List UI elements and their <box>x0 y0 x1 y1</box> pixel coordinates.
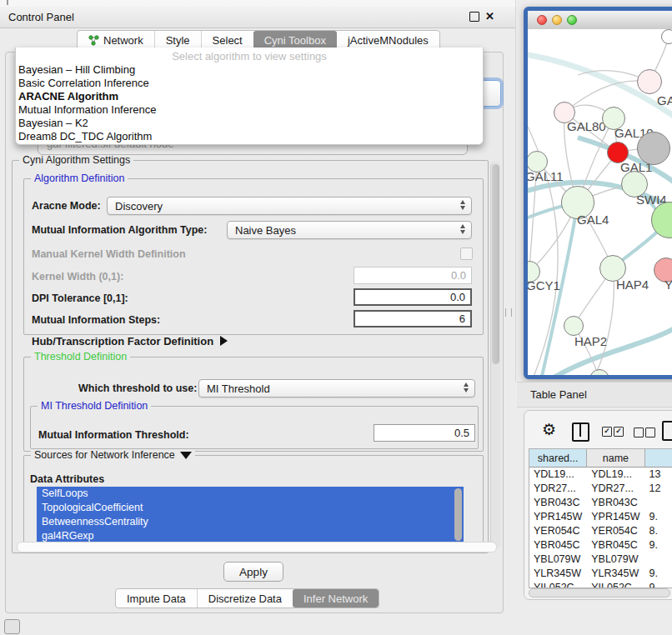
network-view-window[interactable]: GALGAL80GAL10GAL1GAL11SWI4GAL4GCY1HAP4YH… <box>524 7 672 379</box>
tab-network[interactable]: Network <box>78 31 154 49</box>
algorithm-list-item[interactable]: Bayesian – K2 <box>16 117 483 130</box>
algorithm-list-item[interactable]: ARACNE Algorithm <box>16 90 483 103</box>
table-row[interactable]: YLR345W YLR345W 9. <box>529 567 672 581</box>
manual-kernel-label: Manual Kernel Width Definition <box>32 248 186 260</box>
tab-style[interactable]: Style <box>154 31 201 49</box>
mi-threshold-label: Mutual Information Threshold: <box>38 429 189 441</box>
zoom-traffic-light[interactable] <box>567 15 577 25</box>
close-icon[interactable]: ✕ <box>485 9 494 24</box>
which-threshold-combobox[interactable]: MI Threshold <box>198 379 475 398</box>
table-row[interactable]: YBR043C YBR043C <box>529 496 672 510</box>
float-window-icon[interactable] <box>469 12 479 22</box>
select-all-icon[interactable]: ✓ <box>602 427 612 437</box>
network-node[interactable] <box>637 132 670 165</box>
kernel-width-value: 0.0 <box>451 269 466 282</box>
cell-name: YER054C <box>587 524 644 538</box>
mi-steps-field[interactable]: 6 <box>354 310 472 328</box>
algorithm-dropdown-popup: Select algorithm to view settings Bayesi… <box>15 48 484 145</box>
kernel-width-label: Kernel Width (0,1): <box>32 271 123 282</box>
table-row[interactable]: YBL079W YBL079W <box>529 552 672 567</box>
table-row[interactable]: YDR27... YDR27... 12 <box>529 482 672 496</box>
algorithm-definition-title: Algorithm Definition <box>31 172 128 184</box>
network-canvas[interactable]: GALGAL80GAL10GAL1GAL11SWI4GAL4GCY1HAP4YH… <box>528 29 672 375</box>
cell-value: 9 <box>644 581 672 588</box>
mi-type-label: Mutual Information Algorithm Type: <box>32 224 207 236</box>
network-node[interactable] <box>661 29 672 44</box>
kernel-width-field[interactable]: 0.0 <box>354 267 472 284</box>
cell-shared-name: YPR145W <box>529 510 587 524</box>
algorithm-placeholder: Select algorithm to view settings <box>16 49 483 63</box>
attribute-list-item[interactable]: TopologicalCoefficient <box>37 501 464 515</box>
attribute-list-item[interactable]: BetweennessCentrality <box>37 515 464 529</box>
manual-kernel-checkbox[interactable] <box>460 248 473 260</box>
close-traffic-light[interactable] <box>537 15 547 25</box>
tab-cyni-toolbox-label: Cyni Toolbox <box>264 34 326 47</box>
cell-name: YPR145W <box>587 510 644 524</box>
cell-value: 12 <box>644 482 672 496</box>
algorithm-list-item[interactable]: Mutual Information Inference <box>16 103 483 117</box>
column-header-third[interactable] <box>645 449 672 468</box>
table-row[interactable]: YPR145W YPR145W 9. <box>529 510 672 524</box>
cell-shared-name: YBR045C <box>529 538 587 552</box>
table-panel-title: Table Panel <box>530 388 587 401</box>
threshold-definition-title: Threshold Definition <box>31 351 130 362</box>
splitter-handle[interactable] <box>505 308 512 317</box>
tab-jactivemnodules[interactable]: jActiveMNodules <box>337 31 439 49</box>
aracne-mode-label: Aracne Mode: <box>32 200 101 212</box>
mi-steps-value: 6 <box>459 312 465 325</box>
hub-definition-label: Hub/Transcription Factor Definition <box>32 335 213 348</box>
network-node-label: GAL4 <box>577 212 609 227</box>
tab-infer-network[interactable]: Infer Network <box>293 589 379 608</box>
algorithm-list: Bayesian – Hill ClimbingBasic Correlatio… <box>16 63 483 143</box>
cell-shared-name: YLR345W <box>529 567 587 581</box>
cell-name: YDL19... <box>587 468 644 482</box>
settings-horizontal-scrollbar[interactable] <box>17 542 497 552</box>
attribute-list-scrollbar[interactable] <box>454 488 462 541</box>
cell-shared-name: YDL19... <box>529 468 587 482</box>
select-all-icon[interactable]: ✓ <box>614 427 624 437</box>
mi-steps-label: Mutual Information Steps: <box>32 314 160 326</box>
table-row[interactable]: YDL19... YDL19... 13 <box>529 468 672 482</box>
network-node-label: HAP4 <box>616 278 649 292</box>
network-window-titlebar[interactable] <box>528 11 672 30</box>
table-row[interactable]: YIL052C YIL052C 9 <box>529 581 672 588</box>
minimize-traffic-light[interactable] <box>552 15 562 25</box>
network-node-hap2[interactable] <box>564 316 584 336</box>
tab-select[interactable]: Select <box>201 31 253 49</box>
column-layout-icon[interactable] <box>572 422 589 442</box>
attribute-list-item[interactable]: SelfLoops <box>37 487 464 501</box>
cell-value: 13 <box>644 468 672 482</box>
network-node-gal[interactable] <box>637 69 662 94</box>
mi-threshold-field[interactable]: 0.5 <box>374 424 475 442</box>
panel-divider <box>515 0 516 382</box>
table-row[interactable]: YER054C YER054C 8. <box>529 524 672 538</box>
data-attributes-list[interactable]: SelfLoopsTopologicalCoefficientBetweenne… <box>37 487 464 543</box>
tab-discretize-data[interactable]: Discretize Data <box>197 589 293 608</box>
column-header-name[interactable]: name <box>587 449 644 468</box>
deselect-all-icon[interactable] <box>645 428 655 438</box>
network-node-label: GAL80 <box>567 119 606 133</box>
cell-value: 8. <box>644 524 672 538</box>
aracne-mode-combobox[interactable]: Discovery <box>107 197 472 215</box>
algorithm-list-item[interactable]: Dream8 DC_TDC Algorithm <box>16 130 483 143</box>
deselect-all-icon[interactable] <box>634 428 644 438</box>
hub-definition-expander[interactable]: Hub/Transcription Factor Definition <box>32 335 228 348</box>
tab-cyni-toolbox[interactable]: Cyni Toolbox <box>253 31 337 49</box>
mi-type-combobox[interactable]: Naive Bayes <box>227 221 472 239</box>
network-node-label: Y <box>664 278 672 292</box>
apply-button[interactable]: Apply <box>223 562 283 582</box>
column-header-shared-name[interactable]: shared... <box>529 449 587 468</box>
cell-value: 9. <box>644 567 672 581</box>
algorithm-list-item[interactable]: Basic Correlation Inference <box>16 77 483 90</box>
which-threshold-value: MI Threshold <box>207 382 270 395</box>
minimized-panel-icon[interactable] <box>4 619 20 634</box>
settings-scrollbar-thumb[interactable] <box>492 164 499 364</box>
algorithm-list-item[interactable]: Bayesian – Hill Climbing <box>16 63 483 77</box>
export-table-icon[interactable] <box>662 421 672 441</box>
table-row[interactable]: YBR045C YBR045C 9. <box>529 538 672 552</box>
table-horizontal-scrollbar[interactable] <box>529 588 670 598</box>
dpi-tolerance-field[interactable]: 0.0 <box>354 288 472 306</box>
sources-group-title: Sources for Network Inference <box>31 449 195 461</box>
gear-icon[interactable]: ⚙ <box>542 420 556 439</box>
tab-impute-data[interactable]: Impute Data <box>116 589 197 608</box>
